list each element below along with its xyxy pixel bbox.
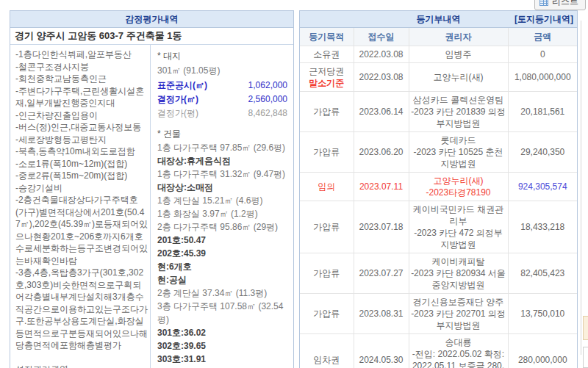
cell-purpose: 가압류: [300, 294, 354, 334]
property-address: 경기 양주시 고암동 603-7 주건축물 1동: [10, 28, 293, 45]
appraisal-note-line: -북측,동측약10m내외도로접함: [15, 145, 148, 158]
appraisal-note-line: -철콘구조경사지붕: [15, 61, 148, 73]
list-view-button[interactable]: 리스트: [534, 0, 586, 10]
registry-row: 소유권2022.03.08임병주0: [300, 46, 577, 63]
land-section-label: * 대지: [157, 48, 287, 63]
cell-purpose: 소유권: [300, 46, 354, 63]
land-value-row: 결정가(㎡)2,560,000: [157, 93, 287, 107]
appraisal-note-line: -승강기설비: [15, 182, 148, 195]
list-button-label: 리스트: [552, 0, 578, 8]
land-area: 301㎡ (91.05평): [157, 63, 287, 79]
building-line: 1층 화장실 3.97㎡ (1.2평): [157, 207, 287, 220]
list-grid-icon: [539, 0, 548, 6]
cell-date: 2023.06.20: [354, 132, 409, 173]
building-line: 202호:45.39: [157, 247, 287, 260]
registry-row: 가압류2023.06.20롯데카드 -2023 카단 10525 춘천지방법원2…: [300, 132, 577, 173]
land-value-amount: 2,560,000: [248, 93, 287, 107]
adjacent-panel-sliver: [583, 347, 588, 368]
cell-purpose: 가압류: [300, 132, 354, 173]
cell-purpose: 가압류: [300, 92, 354, 132]
building-line: 303호:31.91: [157, 353, 287, 366]
appraisal-notes-column: -1층다인한식뷔페,알포부동산-철콘구조경사지붕-회천중학교남동측인근-주변다가…: [10, 45, 151, 368]
cell-holder: 경기신용보증재단 양주 -2023 카단 202701 의정부지방법원: [409, 294, 508, 334]
registry-row: 가압류2023.07.27케이비캐피탈 -2023 카단 820934 서울중앙…: [300, 253, 577, 294]
building-line: 301호:36.02: [157, 326, 287, 339]
cell-holder: 고양누리(새) -2023타경78190: [409, 173, 508, 201]
appraisal-body: -1층다인한식뷔페,알포부동산-철콘구조경사지붕-회천중학교남동측인근-주변다가…: [10, 45, 293, 368]
land-registry-link[interactable]: [토지등기내역]: [514, 11, 573, 27]
appraisal-values-column: * 대지301㎡ (91.05평)표준공시(㎡)1,062,000결정가(㎡)2…: [151, 45, 293, 368]
building-line: 2층 계단실 37.34㎡ (11.3평): [157, 286, 287, 300]
cell-amount: 18,433,218: [508, 201, 577, 253]
cell-purpose: 임의: [300, 173, 354, 201]
cell-purpose: 가압류: [300, 253, 354, 294]
purpose-sub-label: 말소기준: [301, 77, 352, 89]
cell-amount: 29,240,350: [508, 132, 577, 173]
building-line: 2층 다가구주택 95.86㎡ (29평): [157, 220, 287, 234]
appraisal-note-line: -회천중학교남동측인근: [15, 73, 148, 85]
cell-date: 2022.03.08: [354, 46, 409, 63]
cell-amount: 0: [508, 46, 577, 63]
cell-holder: 임병주: [409, 46, 508, 63]
registry-column-header: 접수일: [354, 28, 409, 46]
registry-row: 가압류2023.06.14삼성카드 콜렉션운영팀 -2023 카단 201839…: [300, 92, 577, 132]
cell-date: 2023.08.31: [354, 294, 409, 334]
cell-amount: 280,000,000: [508, 334, 577, 368]
cell-holder: 삼성카드 콜렉션운영팀 -2023 카단 201839 의정부지방법원: [409, 92, 508, 132]
building-section-label: * 건물: [157, 126, 287, 141]
building-line: 대장상:휴게음식점: [157, 154, 287, 167]
building-line: 1층 다가구주택 31.32㎡ (9.47평): [157, 167, 287, 181]
cell-holder: 케이비캐피탈 -2023 카단 820934 서울중앙지방법원: [409, 253, 508, 294]
appraisal-panel: 감정평가내역 경기 양주시 고암동 603-7 주건축물 1동 -1층다인한식뷔…: [10, 10, 294, 368]
building-line: 현:6개호: [157, 260, 287, 273]
cell-holder: 송대룡 -전입: 2022.05.02 확정: 2022.05.11 보증금 2…: [409, 334, 508, 368]
notes-spacer: [15, 352, 148, 364]
registry-row: 근저당권말소기준2022.03.08고양누리(새)1,080,000,000: [300, 63, 577, 92]
registry-table: 등기목적접수일권리자금액 소유권2022.03.08임병주0근저당권말소기준20…: [300, 28, 577, 368]
cell-purpose: 임차권: [300, 334, 354, 368]
cell-holder: 롯데카드 -2023 카단 10525 춘천지방법원: [409, 132, 508, 173]
land-value-label: 표준공시(㎡): [157, 79, 207, 93]
appraisal-note-line: -중로2류(폭15m~20m)(접합): [15, 170, 148, 182]
land-value-amount: 8,462,848: [248, 107, 287, 120]
cell-date: 2022.03.08: [354, 63, 409, 92]
land-value-row: 결정가(평)8,462,848: [157, 107, 287, 120]
cell-date: 2023.07.27: [354, 253, 409, 294]
registry-row: 임의2023.07.11고양누리(새) -2023타경78190924,305,…: [300, 173, 577, 201]
land-value-amount: 1,062,000: [248, 79, 287, 93]
adjacent-panel-border: [581, 21, 581, 355]
cell-amount: 13,750,010: [508, 294, 577, 334]
appraisal-note-line: -2층건축물대장상다가구주택호(가구)별면적대상에서201호(50.47㎡),2…: [15, 194, 148, 267]
cell-amount: 20,181,561: [508, 92, 577, 132]
land-value-label: 결정가(평): [157, 107, 198, 120]
appraisal-note-line: -소로1류(폭10m~12m)(접합): [15, 158, 148, 170]
appraisal-note-line: -주변다가구주택,근린생활시설혼재,일부개발진행중인지대: [15, 85, 148, 109]
registry-panel: 등기부내역 [토지등기내역] 등기목적접수일권리자금액 소유권2022.03.0…: [299, 10, 578, 368]
appraisal-note-line: -버스(정)인근,대중교통사정보통: [15, 121, 148, 134]
registry-panel-titlebar: 등기부내역 [토지등기내역]: [300, 11, 577, 28]
registry-column-header: 금액: [508, 28, 577, 46]
land-value-row: 표준공시(㎡)1,062,000: [157, 79, 287, 93]
building-line: 201호:50.47: [157, 234, 287, 247]
registry-column-header: 권리자: [409, 28, 508, 46]
registry-column-header: 등기목적: [300, 28, 354, 46]
building-line: 현:공실: [157, 273, 287, 286]
registry-row: 가압류2023.08.31경기신용보증재단 양주 -2023 카단 202701…: [300, 294, 577, 334]
appraisal-note-line: -인근차량진출입용이: [15, 109, 148, 122]
cell-amount: 924,305,574: [508, 173, 577, 201]
building-line: 1층 계단실 15.21㎡ (4.6평): [157, 194, 287, 207]
cell-amount: 1,080,000,000: [508, 63, 577, 92]
land-value-label: 결정가(㎡): [157, 93, 198, 107]
building-line: 3층 다가구주택 107.58㎡ (32.54평): [157, 300, 287, 326]
registry-row: 임차권2024.05.30송대룡 -전입: 2022.05.02 확정: 202…: [300, 334, 577, 368]
zoning-line: 성장관리권역: [15, 364, 148, 368]
building-line: 대장상:소매점: [157, 181, 287, 194]
cell-holder: 고양누리(새): [409, 63, 508, 92]
adjacent-panel-sliver: [583, 316, 588, 340]
cell-purpose: 근저당권말소기준: [300, 63, 354, 92]
appraisal-note-line: -1층다인한식뷔페,알포부동산: [15, 48, 148, 61]
appraisal-panel-title: 감정평가내역: [10, 11, 293, 28]
registry-panel-title: 등기부내역: [417, 14, 461, 24]
cell-date: 2023.06.14: [354, 92, 409, 132]
cell-amount: 82,405,423: [508, 253, 577, 294]
